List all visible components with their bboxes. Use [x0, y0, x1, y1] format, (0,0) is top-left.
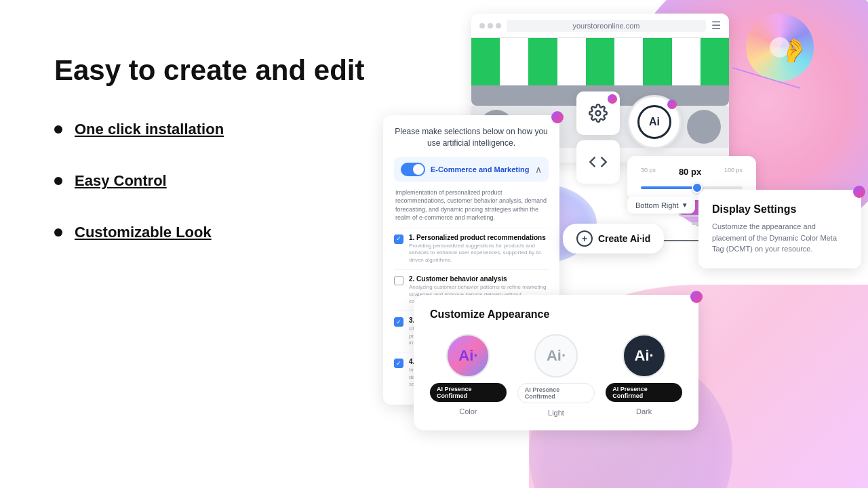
ai-symbol-color: Ai·: [458, 347, 477, 365]
light-badge: AI Presence Confirmed: [517, 383, 595, 403]
right-section: yourstoreonline.com ☰ Settings: [366, 0, 868, 488]
toggle-thumb: [413, 164, 424, 175]
dropdown-chevron-icon: ▾: [683, 201, 687, 209]
settings-icon-card: [576, 92, 620, 135]
slider-max: 100 px: [724, 167, 743, 177]
dark-badge: AI Presence Confirmed: [606, 383, 682, 402]
color-label: Color: [459, 407, 477, 415]
browser-dot-3: [496, 23, 501, 28]
browser-dot-1: [479, 23, 485, 28]
slider-range-labels: 30 px 80 px 100 px: [641, 167, 743, 177]
feature-link-easy-control[interactable]: Easy Control: [75, 172, 167, 190]
browser-bar: yourstoreonline.com ☰: [471, 14, 729, 38]
awning-stripe-green-5: [701, 38, 729, 85]
checkmark-1: ✓: [396, 236, 401, 242]
checkbox-desc-1: Providing personalized suggestions for p…: [409, 243, 549, 264]
bullet-dot: [54, 177, 62, 185]
plus-icon: +: [576, 230, 593, 247]
customize-title: Customize Appearance: [430, 308, 682, 321]
awning-stripes: [471, 38, 729, 85]
slider-min: 30 px: [641, 167, 656, 177]
expand-icon[interactable]: ∧: [535, 164, 542, 175]
create-ai-bubble[interactable]: + Create Ai·id: [563, 224, 664, 253]
customize-card-badge: [690, 291, 703, 303]
code-icon: [589, 152, 608, 171]
light-label: Light: [548, 409, 564, 417]
awning-stripe-green: [471, 38, 500, 85]
ai-symbol-main: Ai: [637, 105, 671, 139]
feature-link-customizable[interactable]: Customizable Look: [75, 224, 212, 241]
checkbox-title-1: 1. Personalized product recommendations: [409, 234, 549, 241]
awning-stripe-green-3: [586, 38, 614, 85]
list-item: Customizable Look: [54, 224, 393, 241]
checkbox-title-2: 2. Customer behavior analysis: [409, 275, 549, 283]
icon-card-badge-1: [608, 94, 617, 104]
browser-url: yourstoreonline.com: [507, 20, 706, 32]
ai-toggle-row[interactable]: E-Commerce and Marketing ∧: [394, 157, 549, 182]
checkmark-4: ✓: [396, 361, 401, 367]
bullet-dot: [54, 228, 62, 237]
customize-appearance-card: Customize Appearance Ai· AI Presence Con…: [414, 295, 698, 430]
customize-option-dark: Ai· AI Presence Confirmed Dark: [606, 334, 682, 417]
ecommerce-toggle[interactable]: [401, 163, 425, 176]
dark-icon-circle: Ai·: [623, 334, 666, 378]
ai-description: Implementation of personalized product r…: [394, 188, 549, 222]
checkbox-2[interactable]: [394, 276, 403, 285]
customize-options: Ai· AI Presence Confirmed Color Ai· AI P…: [430, 334, 682, 417]
awning-stripe-white-3: [614, 38, 643, 85]
browser-dot-2: [488, 23, 493, 28]
left-section: Easy to create and edit One click instal…: [54, 54, 393, 241]
browser-menu-icon[interactable]: ☰: [711, 19, 721, 32]
slider-track[interactable]: [641, 186, 743, 189]
awning-stripe-white-2: [557, 38, 586, 85]
display-settings-description: Customize the appearance and placement o…: [712, 221, 848, 255]
svg-point-0: [596, 111, 601, 116]
slider-fill: [641, 186, 697, 189]
position-label: Bottom Right: [635, 201, 679, 209]
checkbox-item-1: ✓ 1. Personalized product recommendation…: [394, 228, 549, 269]
customize-option-color: Ai· AI Presence Confirmed Color: [430, 334, 507, 417]
main-heading: Easy to create and edit: [54, 54, 393, 87]
panel-badge: [551, 111, 564, 123]
gear-icon: [589, 104, 608, 123]
create-bubble-label: Create Ai·id: [598, 233, 650, 244]
list-item: Easy Control: [54, 172, 393, 190]
ai-symbol-light: Ai·: [547, 347, 566, 365]
awning-stripe-green-4: [643, 38, 671, 85]
ai-badge: [667, 100, 677, 109]
awning-stripe-white-4: [672, 38, 701, 85]
position-dropdown[interactable]: Bottom Right ▾: [627, 197, 695, 214]
store-pillar-right: [687, 110, 721, 144]
color-icon-circle: Ai·: [446, 334, 490, 378]
icons-panel: [576, 92, 620, 189]
color-badge: AI Presence Confirmed: [430, 383, 507, 402]
checkmark-3: ✓: [396, 319, 401, 325]
list-item: One click installation: [54, 121, 393, 138]
ai-circle-icon: Ai: [627, 95, 682, 149]
checkbox-3[interactable]: ✓: [394, 317, 403, 327]
feature-list: One click installation Easy Control Cust…: [54, 121, 393, 241]
customize-option-light: Ai· AI Presence Confirmed Light: [517, 334, 595, 417]
ai-symbol-dark: Ai·: [635, 347, 654, 365]
display-settings-badge: [853, 186, 865, 198]
feature-link-one-click[interactable]: One click installation: [75, 121, 224, 138]
checkbox-1[interactable]: ✓: [394, 235, 403, 244]
code-icon-card: [576, 140, 620, 184]
awning-stripe-green-2: [528, 38, 557, 85]
checkbox-content-1: 1. Personalized product recommendations …: [409, 234, 549, 264]
slider-value: 80 px: [679, 167, 701, 177]
bullet-dot: [54, 125, 62, 134]
browser-dots: [479, 23, 501, 28]
checkbox-4[interactable]: ✓: [394, 359, 403, 368]
awning-stripe-white: [500, 38, 528, 85]
display-settings-card: Display Settings Customize the appearanc…: [698, 190, 861, 268]
ai-panel-header: Please make selections below on how you …: [394, 126, 549, 149]
display-settings-title: Display Settings: [712, 203, 848, 216]
dark-label: Dark: [636, 407, 652, 415]
toggle-label: E-Commerce and Marketing: [431, 165, 535, 174]
light-icon-circle: Ai·: [534, 334, 578, 378]
